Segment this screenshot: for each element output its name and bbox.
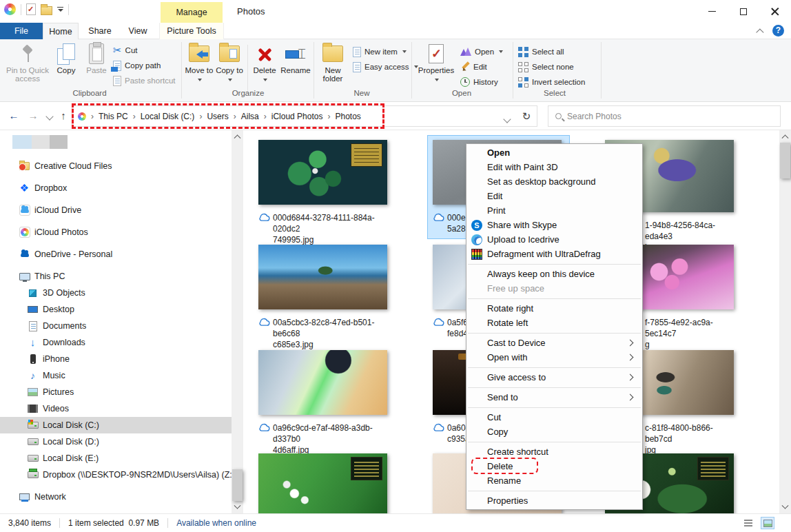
menu-item-open[interactable]: Open <box>466 145 642 160</box>
tab-home[interactable]: Home <box>43 23 79 39</box>
menu-item-edit-with-paint-3d[interactable]: Edit with Paint 3D <box>466 160 642 174</box>
file-list-scrollbar[interactable] <box>779 130 791 513</box>
edit-button[interactable]: Edit <box>460 60 487 74</box>
scroll-up-icon[interactable] <box>232 130 243 142</box>
sidebar-item-onedrive[interactable]: OneDrive - Personal <box>0 246 232 263</box>
scrollbar-thumb[interactable] <box>780 143 790 178</box>
copy-path-button[interactable]: Copy path <box>113 59 161 72</box>
menu-item-share-with-skype[interactable]: SShare with Skype <box>466 218 642 232</box>
sidebar-item-dropbox-network-drive[interactable]: Dropbox (\\DESKTOP-9NSR2MD\Users\Ailsa) … <box>0 467 232 483</box>
invert-selection-button[interactable]: Invert selection <box>518 75 585 89</box>
minimize-button[interactable] <box>696 0 728 23</box>
sidebar-item-3d-objects[interactable]: 3D Objects <box>0 285 232 301</box>
search-input[interactable] <box>567 112 739 121</box>
properties-quick-icon[interactable] <box>26 3 36 15</box>
scroll-down-icon[interactable] <box>232 502 243 513</box>
menu-item-cut[interactable]: Cut <box>466 410 642 424</box>
sidebar-item-documents[interactable]: Documents <box>0 318 232 334</box>
cut-button[interactable]: ✂Cut <box>113 43 137 57</box>
file-tile[interactable]: 000d6844-3278-4111-884a-020dc2749995.jpg <box>258 140 387 245</box>
delete-button[interactable]: Delete <box>250 42 279 83</box>
up-button[interactable]: ↑ <box>55 108 72 124</box>
menu-item-create-shortcut[interactable]: Create shortcut <box>466 444 642 459</box>
copy-to-button[interactable]: Copy to <box>214 42 245 83</box>
paste-button[interactable]: Paste <box>83 42 110 74</box>
menu-item-rename[interactable]: Rename <box>466 473 642 488</box>
sidebar-scrollbar[interactable] <box>232 130 243 513</box>
sidebar-item-dropbox[interactable]: Dropbox <box>0 180 232 196</box>
customize-quick-access-icon[interactable] <box>57 7 63 12</box>
properties-button[interactable]: Properties <box>416 42 456 83</box>
sidebar-item-desktop[interactable]: Desktop <box>0 301 232 318</box>
menu-item-defragment-with-ultradefrag[interactable]: Defragment with UltraDefrag <box>466 247 642 261</box>
refresh-icon[interactable]: ↻ <box>517 105 536 127</box>
rename-button[interactable]: Rename <box>279 42 312 74</box>
sidebar-item-icloud-photos[interactable]: iCloud Photos <box>0 224 232 241</box>
back-button[interactable]: ← <box>6 108 22 124</box>
forward-button[interactable]: → <box>25 108 41 124</box>
menu-item-send-to[interactable]: Send to <box>466 390 642 405</box>
menu-item-upload-to-icedrive[interactable]: Upload to Icedrive <box>466 232 642 247</box>
sidebar-item-icloud-drive[interactable]: iCloud Drive <box>0 202 232 218</box>
menu-item-copy[interactable]: Copy <box>466 424 642 439</box>
menu-item-print[interactable]: Print <box>466 203 642 218</box>
menu-item-edit[interactable]: Edit <box>466 189 642 203</box>
breadcrumb-local-disk-c[interactable]: Local Disk (C:) <box>141 112 195 121</box>
sidebar-item-videos[interactable]: Videos <box>0 400 232 417</box>
scroll-down-icon[interactable] <box>779 502 791 513</box>
photo-thumbnail[interactable] <box>258 245 387 309</box>
sidebar-item-music[interactable]: ♪ Music <box>0 367 232 384</box>
scroll-up-icon[interactable] <box>779 130 791 142</box>
history-button[interactable]: History <box>460 75 498 89</box>
search-box[interactable] <box>548 105 781 127</box>
menu-item-delete[interactable]: Delete <box>466 459 642 473</box>
maximize-button[interactable] <box>728 0 759 23</box>
menu-item-properties[interactable]: Properties <box>466 493 642 508</box>
tab-share[interactable]: Share <box>83 23 117 39</box>
contextual-tab-header[interactable]: Manage <box>161 2 223 23</box>
breadcrumb-ailsa[interactable]: Ailsa <box>241 112 259 121</box>
menu-item-always-keep-on-this-device[interactable]: Always keep on this device <box>466 267 642 281</box>
new-folder-button[interactable]: New folder <box>316 42 349 83</box>
thumbnail-view-toggle[interactable] <box>761 517 774 529</box>
new-item-button[interactable]: New item <box>353 45 407 59</box>
tab-file[interactable]: File <box>0 23 43 39</box>
sidebar-item-this-pc[interactable]: This PC <box>0 268 232 285</box>
menu-item-rotate-right[interactable]: Rotate right <box>466 301 642 316</box>
sidebar-item-pictures[interactable]: Pictures <box>0 384 232 400</box>
address-dropdown-icon[interactable] <box>497 105 517 127</box>
paste-shortcut-button[interactable]: Paste shortcut <box>113 74 176 88</box>
sidebar-item-network[interactable]: Network <box>0 489 232 505</box>
photo-thumbnail[interactable] <box>258 453 387 513</box>
select-all-button[interactable]: Select all <box>518 45 564 59</box>
file-tile[interactable]: 00a5cbc3-82c8-47ed-b501-be6c68c685e3.jpg <box>258 245 387 350</box>
collapse-ribbon-icon[interactable] <box>756 28 763 36</box>
details-view-toggle[interactable] <box>741 517 755 529</box>
breadcrumb-users[interactable]: Users <box>207 112 228 121</box>
breadcrumb-icloud-photos[interactable]: iCloud Photos <box>271 112 323 121</box>
photo-thumbnail[interactable] <box>258 140 387 205</box>
menu-item-give-access-to[interactable]: Give access to <box>466 370 642 385</box>
easy-access-button[interactable]: Easy access <box>353 60 418 74</box>
menu-item-set-as-desktop-background[interactable]: Set as desktop background <box>466 174 642 189</box>
file-tile[interactable] <box>258 453 387 513</box>
open-button[interactable]: Open <box>460 45 503 59</box>
breadcrumb-photos[interactable]: Photos <box>335 112 360 121</box>
pin-to-quick-access-button[interactable]: Pin to Quick access <box>6 42 50 83</box>
tab-picture-tools[interactable]: Picture Tools <box>159 23 224 39</box>
photo-thumbnail[interactable] <box>258 350 387 415</box>
address-bar[interactable]: › This PC › Local Disk (C:) › Users › Ai… <box>72 105 537 127</box>
sidebar-item-iphone[interactable]: iPhone <box>0 351 232 367</box>
move-to-button[interactable]: Move to <box>184 42 214 83</box>
sidebar-item-downloads[interactable]: ↓ Downloads <box>0 334 232 351</box>
file-tile[interactable]: 0a96c9cd-e7af-4898-a3db-d337b04d6aff.jpg <box>258 350 387 456</box>
sidebar-item-local-disk-e[interactable]: Local Disk (E:) <box>0 450 232 467</box>
sidebar-item-local-disk-d[interactable]: Local Disk (D:) <box>0 433 232 450</box>
help-button[interactable]: ? <box>772 25 784 37</box>
menu-item-rotate-left[interactable]: Rotate left <box>466 316 642 330</box>
new-folder-quick-icon[interactable] <box>41 6 52 15</box>
copy-button[interactable]: Copy <box>52 42 80 74</box>
sidebar-item-creative-cloud-files[interactable]: Creative Cloud Files <box>0 158 232 174</box>
sidebar-item-local-disk-c[interactable]: Local Disk (C:) <box>0 417 232 433</box>
select-none-button[interactable]: Select none <box>518 60 574 74</box>
